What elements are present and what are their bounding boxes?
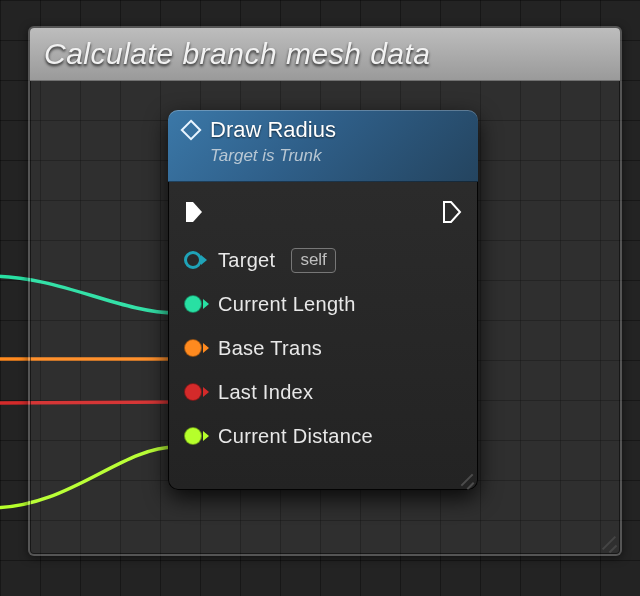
pin-label-last-index: Last Index <box>218 381 313 404</box>
pin-current-distance[interactable] <box>184 427 202 445</box>
pin-target[interactable] <box>184 251 202 269</box>
input-row-last-index: Last Index <box>184 370 462 414</box>
node-resize-handle[interactable] <box>455 468 473 486</box>
node-body: Target self Current Length Base Trans La… <box>168 182 478 458</box>
target-default-self[interactable]: self <box>291 248 335 273</box>
input-row-base-trans: Base Trans <box>184 326 462 370</box>
pin-label-current-length: Current Length <box>218 293 356 316</box>
pin-label-target: Target <box>218 249 275 272</box>
function-call-icon <box>180 119 202 141</box>
pin-label-base-trans: Base Trans <box>218 337 322 360</box>
input-row-current-distance: Current Distance <box>184 414 462 458</box>
node-subtitle: Target is Trunk <box>210 146 468 166</box>
comment-resize-handle[interactable] <box>596 530 616 550</box>
node-title: Draw Radius <box>210 119 336 141</box>
input-row-current-length: Current Length <box>184 282 462 326</box>
pin-current-length[interactable] <box>184 295 202 313</box>
node-draw-radius[interactable]: Draw Radius Target is Trunk Target self <box>168 110 478 490</box>
comment-title[interactable]: Calculate branch mesh data <box>30 28 620 81</box>
input-row-target: Target self <box>184 238 462 282</box>
exec-in-pin[interactable] <box>184 200 204 224</box>
node-header[interactable]: Draw Radius Target is Trunk <box>168 110 478 182</box>
pin-label-current-distance: Current Distance <box>218 425 373 448</box>
exec-out-pin[interactable] <box>442 200 462 224</box>
pin-last-index[interactable] <box>184 383 202 401</box>
pin-base-trans[interactable] <box>184 339 202 357</box>
